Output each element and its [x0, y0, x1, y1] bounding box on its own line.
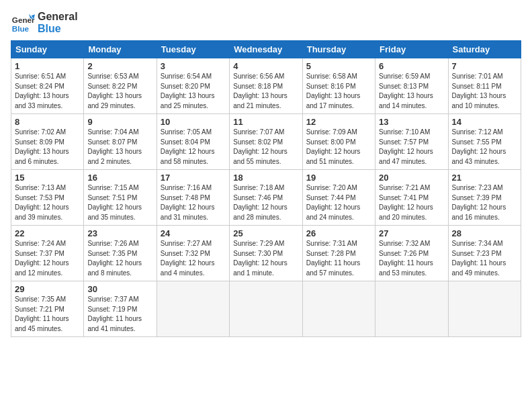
calendar-cell: 4Sunrise: 6:56 AM Sunset: 8:18 PM Daylig…: [230, 58, 302, 114]
day-number: 14: [452, 117, 517, 127]
day-number: 11: [233, 117, 298, 127]
day-info: Sunrise: 7:31 AM Sunset: 7:28 PM Dayligh…: [306, 239, 371, 278]
calendar-cell: 24Sunrise: 7:27 AM Sunset: 7:32 PM Dayli…: [157, 226, 229, 281]
day-info: Sunrise: 7:29 AM Sunset: 7:30 PM Dayligh…: [233, 239, 298, 278]
calendar-cell: 22Sunrise: 7:24 AM Sunset: 7:37 PM Dayli…: [11, 226, 84, 281]
day-number: 5: [306, 61, 371, 71]
day-info: Sunrise: 7:02 AM Sunset: 8:09 PM Dayligh…: [15, 128, 80, 167]
day-number: 8: [15, 117, 80, 127]
day-number: 12: [306, 117, 371, 127]
calendar-cell: 10Sunrise: 7:05 AM Sunset: 8:04 PM Dayli…: [157, 114, 229, 170]
calendar-cell: 30Sunrise: 7:37 AM Sunset: 7:19 PM Dayli…: [84, 281, 157, 337]
day-number: 21: [452, 173, 517, 183]
calendar-week-5: 29Sunrise: 7:35 AM Sunset: 7:21 PM Dayli…: [11, 281, 521, 337]
day-number: 3: [161, 61, 226, 71]
day-info: Sunrise: 7:20 AM Sunset: 7:44 PM Dayligh…: [306, 183, 371, 222]
day-info: Sunrise: 7:05 AM Sunset: 8:04 PM Dayligh…: [161, 128, 226, 167]
logo-general: General: [38, 11, 78, 23]
calendar-cell: 19Sunrise: 7:20 AM Sunset: 7:44 PM Dayli…: [302, 170, 375, 226]
calendar-cell: [375, 281, 448, 337]
day-number: 16: [87, 173, 152, 183]
day-number: 25: [233, 228, 298, 238]
calendar-cell: 2Sunrise: 6:53 AM Sunset: 8:22 PM Daylig…: [84, 58, 157, 114]
weekday-header-sunday: Sunday: [11, 41, 84, 58]
calendar-cell: 7Sunrise: 7:01 AM Sunset: 8:11 PM Daylig…: [448, 58, 521, 114]
day-info: Sunrise: 6:51 AM Sunset: 8:24 PM Dayligh…: [15, 72, 80, 111]
day-number: 29: [15, 284, 80, 294]
day-info: Sunrise: 6:59 AM Sunset: 8:13 PM Dayligh…: [379, 72, 444, 111]
day-info: Sunrise: 7:23 AM Sunset: 7:39 PM Dayligh…: [452, 183, 517, 222]
day-number: 23: [87, 228, 152, 238]
day-info: Sunrise: 7:34 AM Sunset: 7:23 PM Dayligh…: [452, 239, 517, 278]
day-info: Sunrise: 6:53 AM Sunset: 8:22 PM Dayligh…: [87, 72, 152, 111]
calendar-cell: 15Sunrise: 7:13 AM Sunset: 7:53 PM Dayli…: [11, 170, 84, 226]
calendar-cell: 13Sunrise: 7:10 AM Sunset: 7:57 PM Dayli…: [375, 114, 448, 170]
day-number: 30: [87, 284, 152, 294]
logo-blue: Blue: [38, 23, 78, 35]
day-info: Sunrise: 7:26 AM Sunset: 7:35 PM Dayligh…: [87, 239, 152, 278]
calendar-cell: 21Sunrise: 7:23 AM Sunset: 7:39 PM Dayli…: [448, 170, 521, 226]
day-number: 22: [15, 228, 80, 238]
day-number: 4: [233, 61, 298, 71]
weekday-header-thursday: Thursday: [302, 41, 375, 58]
calendar-cell: 20Sunrise: 7:21 AM Sunset: 7:41 PM Dayli…: [375, 170, 448, 226]
calendar-cell: 6Sunrise: 6:59 AM Sunset: 8:13 PM Daylig…: [375, 58, 448, 114]
calendar-cell: 12Sunrise: 7:09 AM Sunset: 8:00 PM Dayli…: [302, 114, 375, 170]
calendar-cell: 23Sunrise: 7:26 AM Sunset: 7:35 PM Dayli…: [84, 226, 157, 281]
calendar-cell: 5Sunrise: 6:58 AM Sunset: 8:16 PM Daylig…: [302, 58, 375, 114]
day-number: 6: [379, 61, 444, 71]
logo: General Blue General Blue: [11, 11, 78, 35]
day-info: Sunrise: 7:35 AM Sunset: 7:21 PM Dayligh…: [15, 295, 80, 334]
day-number: 7: [452, 61, 517, 71]
calendar-cell: [302, 281, 375, 337]
day-info: Sunrise: 7:18 AM Sunset: 7:46 PM Dayligh…: [233, 183, 298, 222]
day-number: 10: [161, 117, 226, 127]
day-number: 9: [87, 117, 152, 127]
calendar-cell: 27Sunrise: 7:32 AM Sunset: 7:26 PM Dayli…: [375, 226, 448, 281]
day-number: 27: [379, 228, 444, 238]
calendar-cell: 28Sunrise: 7:34 AM Sunset: 7:23 PM Dayli…: [448, 226, 521, 281]
weekday-header-wednesday: Wednesday: [230, 41, 302, 58]
calendar-week-4: 22Sunrise: 7:24 AM Sunset: 7:37 PM Dayli…: [11, 226, 521, 281]
day-info: Sunrise: 6:54 AM Sunset: 8:20 PM Dayligh…: [161, 72, 226, 111]
calendar-cell: 1Sunrise: 6:51 AM Sunset: 8:24 PM Daylig…: [11, 58, 84, 114]
weekday-header-friday: Friday: [375, 41, 448, 58]
calendar-cell: 18Sunrise: 7:18 AM Sunset: 7:46 PM Dayli…: [230, 170, 302, 226]
calendar-cell: 11Sunrise: 7:07 AM Sunset: 8:02 PM Dayli…: [230, 114, 302, 170]
calendar-cell: [230, 281, 302, 337]
calendar-cell: 16Sunrise: 7:15 AM Sunset: 7:51 PM Dayli…: [84, 170, 157, 226]
day-info: Sunrise: 7:12 AM Sunset: 7:55 PM Dayligh…: [452, 128, 517, 167]
day-info: Sunrise: 7:10 AM Sunset: 7:57 PM Dayligh…: [379, 128, 444, 167]
calendar-cell: [157, 281, 229, 337]
day-info: Sunrise: 7:15 AM Sunset: 7:51 PM Dayligh…: [87, 183, 152, 222]
day-number: 28: [452, 228, 517, 238]
day-number: 2: [87, 61, 152, 71]
calendar-week-2: 8Sunrise: 7:02 AM Sunset: 8:09 PM Daylig…: [11, 114, 521, 170]
calendar-table: SundayMondayTuesdayWednesdayThursdayFrid…: [11, 40, 521, 337]
day-number: 26: [306, 228, 371, 238]
calendar-cell: [448, 281, 521, 337]
day-number: 19: [306, 173, 371, 183]
day-number: 24: [161, 228, 226, 238]
weekday-header-saturday: Saturday: [448, 41, 521, 58]
day-info: Sunrise: 7:24 AM Sunset: 7:37 PM Dayligh…: [15, 239, 80, 278]
day-number: 17: [161, 173, 226, 183]
calendar-cell: 26Sunrise: 7:31 AM Sunset: 7:28 PM Dayli…: [302, 226, 375, 281]
day-number: 1: [15, 61, 80, 71]
day-info: Sunrise: 7:21 AM Sunset: 7:41 PM Dayligh…: [379, 183, 444, 222]
day-info: Sunrise: 6:58 AM Sunset: 8:16 PM Dayligh…: [306, 72, 371, 111]
day-info: Sunrise: 7:16 AM Sunset: 7:48 PM Dayligh…: [161, 183, 226, 222]
day-number: 15: [15, 173, 80, 183]
day-info: Sunrise: 7:37 AM Sunset: 7:19 PM Dayligh…: [87, 295, 152, 334]
day-info: Sunrise: 7:13 AM Sunset: 7:53 PM Dayligh…: [15, 183, 80, 222]
day-info: Sunrise: 6:56 AM Sunset: 8:18 PM Dayligh…: [233, 72, 298, 111]
day-info: Sunrise: 7:09 AM Sunset: 8:00 PM Dayligh…: [306, 128, 371, 167]
calendar-cell: 25Sunrise: 7:29 AM Sunset: 7:30 PM Dayli…: [230, 226, 302, 281]
calendar-cell: 9Sunrise: 7:04 AM Sunset: 8:07 PM Daylig…: [84, 114, 157, 170]
day-info: Sunrise: 7:07 AM Sunset: 8:02 PM Dayligh…: [233, 128, 298, 167]
day-info: Sunrise: 7:04 AM Sunset: 8:07 PM Dayligh…: [87, 128, 152, 167]
day-number: 20: [379, 173, 444, 183]
weekday-header-monday: Monday: [84, 41, 157, 58]
weekday-header-tuesday: Tuesday: [157, 41, 229, 58]
calendar-cell: 3Sunrise: 6:54 AM Sunset: 8:20 PM Daylig…: [157, 58, 229, 114]
